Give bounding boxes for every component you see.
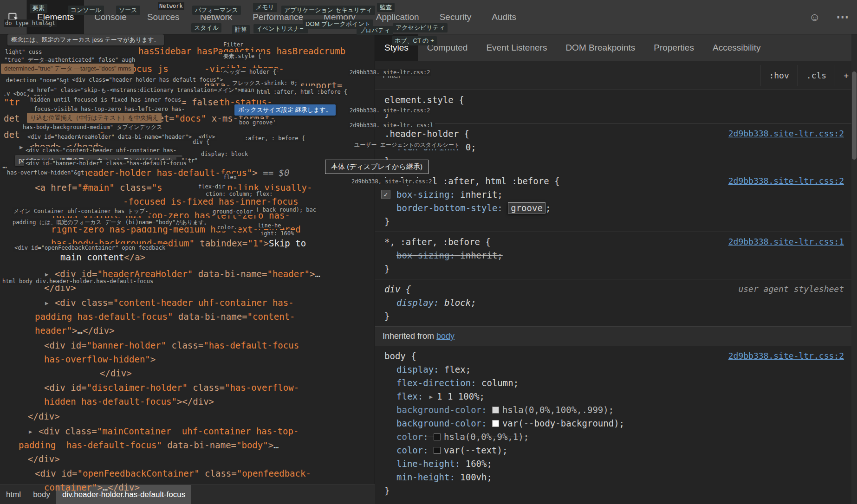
user-agent-stylesheet-label: user agent stylesheet	[738, 284, 844, 294]
stylesheet-source-link[interactable]: 2d9bb338.site-ltr.css:2	[728, 129, 844, 138]
css-property-background-color-overridden[interactable]: background-color: hsla(0,0%,100%,.999);	[375, 403, 857, 417]
dom-tree-line[interactable]: header">…</div>	[35, 324, 115, 337]
color-swatch[interactable]	[492, 407, 499, 414]
css-property-min-height[interactable]: min-height: 100vh;	[375, 471, 857, 484]
tab-security[interactable]: Security	[429, 0, 482, 34]
dom-tree-line[interactable]: -focused is-fixed has-inner-focus	[123, 195, 299, 208]
dom-tree-line[interactable]: </div>	[44, 281, 76, 294]
dom-tree-line[interactable]: <div id="openFeedbackContainer" class="o…	[35, 467, 311, 480]
tab-accessibility[interactable]: Accessibility	[703, 34, 770, 61]
selector-text: html, html :after, html :before	[384, 176, 549, 186]
dom-tree-line[interactable]: has-body-background-medium" tabindex="1"…	[51, 237, 306, 250]
css-property-box-sizing-overridden[interactable]: box-sizing: inherit;	[375, 249, 857, 262]
dom-tree-line[interactable]: </div>	[28, 452, 60, 465]
dom-tree-line[interactable]: <div id="banner-holder" class="has-defau…	[44, 339, 299, 352]
element-classes-button[interactable]: .cls	[798, 65, 835, 86]
dom-attr-fragment[interactable]: th-status-	[219, 96, 272, 109]
property-name: flex:	[396, 391, 423, 401]
property-value: hsla(0,0%,100%,.999);	[502, 405, 614, 415]
css-rule-html-pseudo: 2d9bb338.site-ltr.css:2 html, html :afte…	[375, 171, 857, 232]
dom-tree-line[interactable]: ▸ <div class="mainContainer uhf-containe…	[28, 425, 299, 438]
overflow-menu-icon[interactable]: ⋯	[828, 0, 857, 34]
open-brace: {	[464, 129, 469, 139]
property-value: hsla(0,0%,9%,1);	[444, 432, 529, 442]
property-enabled-checkbox[interactable]: ✓	[381, 190, 390, 199]
property-name: min-height:	[396, 472, 455, 482]
dom-attr-fragment[interactable]: data-css-variable-support=	[204, 79, 342, 92]
dom-attr-fragment[interactable]: det	[4, 112, 19, 125]
css-property-border-bottom-style[interactable]: border-bottom-style: groove;	[375, 201, 857, 215]
property-value: inherit;	[460, 250, 503, 260]
dom-attr-fragment[interactable]: -visible theme-	[204, 62, 284, 75]
property-name: flex-shrink:	[396, 142, 460, 152]
tab-properties[interactable]: Properties	[644, 34, 703, 61]
property-value-editor[interactable]: groove	[508, 202, 545, 213]
css-property-flex-shrink[interactable]: flex-shrink: 0;	[375, 141, 857, 154]
stylesheet-source-link[interactable]: 2d9bb338.site-ltr.css:2	[728, 351, 844, 361]
stylesheet-source-link[interactable]: 2d9bb338.site-ltr.css:1	[728, 237, 844, 246]
dom-attr-fragment[interactable]: det	[4, 128, 19, 141]
selector-text: element.style	[384, 95, 454, 105]
tab-computed[interactable]: Computed	[418, 34, 477, 61]
tab-audits[interactable]: Audits	[481, 0, 526, 34]
stylesheet-source-link[interactable]: 2d9bb338.site-ltr.css:2	[728, 176, 844, 186]
property-value: var(--body-background);	[502, 418, 624, 428]
css-rule-body-html: 2d9bb338.site-ltr.css:2 body, html {	[375, 501, 857, 504]
tab-dom-breakpoints[interactable]: DOM Breakpoints	[556, 34, 644, 61]
dom-tree-line[interactable]: main-link visually-	[211, 181, 312, 194]
css-rules-list: element.style { } 2d9bb338.site-ltr.css:…	[375, 90, 857, 504]
css-property-flex[interactable]: flex: ▸1 1 100%;	[375, 390, 857, 403]
css-property-color[interactable]: color: var(--text);	[375, 444, 857, 457]
dom-tree-line[interactable]: <a href="#main" class="s	[35, 181, 162, 194]
property-name: color:	[396, 445, 428, 455]
open-brace: {	[554, 176, 559, 186]
dom-tree-line[interactable]: container">…</div>	[44, 481, 140, 494]
css-property-flex-direction[interactable]: flex-direction: column;	[375, 376, 857, 390]
dom-tree-line[interactable]: hidden has-default-focus"></div>	[44, 395, 214, 408]
dom-tree-line-head[interactable]: ▸ <head>…</head>	[19, 140, 104, 153]
dom-tree-line[interactable]: ▸ <div class="content-header uhf-contain…	[44, 296, 294, 309]
css-property-display[interactable]: display: flex;	[375, 363, 857, 376]
dom-tree-line[interactable]: padding has-default-focus" data-bi-name=…	[19, 439, 279, 452]
scrollbar-thumb[interactable]	[852, 71, 857, 160]
dom-tree-line[interactable]: <div id="disclaimer-holder" class="has-o…	[44, 381, 299, 394]
styles-filter-input[interactable]	[383, 71, 760, 80]
dom-tree-line[interactable]: </div>	[28, 410, 60, 423]
dom-tree-line[interactable]: right-zero has-padding-medium has-text-c…	[51, 223, 301, 236]
property-value: column;	[481, 378, 519, 388]
property-value: 0;	[466, 142, 476, 152]
color-swatch[interactable]	[434, 447, 441, 454]
property-value: flex;	[444, 364, 471, 375]
dom-tree-line[interactable]: has-overflow-hidden">	[44, 353, 156, 366]
color-swatch[interactable]	[434, 433, 441, 440]
selector-text: *, :after, :before	[384, 237, 480, 247]
tab-event-listeners[interactable]: Event Listeners	[477, 34, 556, 61]
dom-attr-fragment[interactable]: hasSidebar hasPageActions hasBreadcrumb	[138, 45, 345, 58]
close-brace-line: }	[375, 484, 857, 498]
dom-tree-line[interactable]: main content</a>	[60, 251, 145, 264]
inherited-body-link[interactable]: body	[436, 331, 454, 341]
toggle-element-state-button[interactable]: :hov	[760, 65, 797, 86]
css-property-display[interactable]: display: block;	[375, 296, 857, 310]
dom-attr-fragment[interactable]: = false	[181, 96, 218, 109]
close-brace: }	[384, 108, 390, 118]
dom-tree-line-selected[interactable]: <div class="header-holder has-default-fo…	[19, 166, 289, 179]
dom-attr-fragment[interactable]: "tr	[4, 96, 19, 109]
css-property-background-color[interactable]: background-color: var(--body-background)…	[375, 417, 857, 430]
dom-tree-line[interactable]: ▸ <div id="headerAreaHolder" data-bi-nam…	[44, 267, 320, 280]
css-property-color-overridden[interactable]: color: hsla(0,0%,9%,1);	[375, 430, 857, 444]
css-property-line-height[interactable]: line-height: 160%;	[375, 457, 857, 471]
css-property-box-sizing[interactable]: ✓ box-sizing: inherit;	[375, 188, 857, 201]
dom-tree-line[interactable]: focus-visible has-top-zero has-left-zero…	[51, 209, 290, 222]
dom-attr-fragment[interactable]: conceptual has-default-focus js	[4, 62, 169, 75]
dom-tree-line[interactable]: </div>	[100, 367, 132, 380]
feedback-smiley-icon[interactable]: ☺	[801, 0, 828, 34]
tab-styles[interactable]: Styles	[375, 34, 418, 61]
tab-application[interactable]: Application	[366, 0, 429, 34]
color-swatch[interactable]	[492, 420, 499, 427]
dom-tree-line[interactable]: padding has-default-focus" data-bi-name=…	[35, 310, 295, 323]
dom-attr-fragment[interactable]: get="docs" x-ms-format-	[153, 112, 275, 125]
dom-attr-fragment[interactable]: none" >	[78, 128, 115, 141]
css-selector[interactable]: element.style {	[375, 93, 857, 107]
expand-shorthand-icon[interactable]: ▸	[428, 391, 434, 401]
